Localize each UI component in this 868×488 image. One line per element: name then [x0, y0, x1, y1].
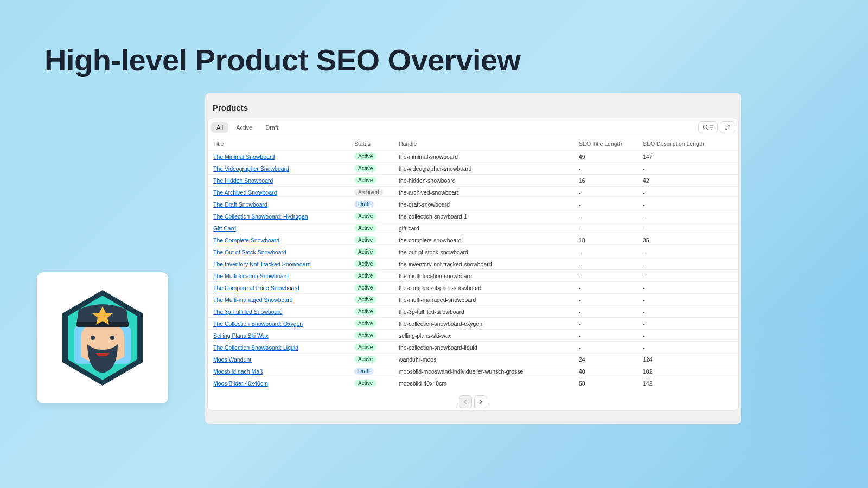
seo-desc-cell: 147 — [637, 151, 738, 163]
product-title-link[interactable]: Moos Bilder 40x40cm — [213, 380, 268, 387]
table-row[interactable]: Selling Plans Ski WaxActiveselling-plans… — [208, 330, 738, 342]
tab-all[interactable]: All — [211, 122, 228, 133]
seo-title-cell: 24 — [573, 354, 637, 365]
seo-title-cell: - — [573, 342, 637, 354]
status-badge: Active — [354, 284, 376, 291]
table-row[interactable]: The Multi-location SnowboardActivethe-mu… — [208, 270, 738, 282]
product-title-link[interactable]: The Collection Snowboard: Oxygen — [213, 320, 303, 327]
table-row[interactable]: The Out of Stock SnowboardActivethe-out-… — [208, 246, 738, 258]
status-badge: Active — [354, 380, 376, 387]
captain-avatar-icon — [48, 284, 157, 392]
product-title-link[interactable]: The Minimal Snowboard — [213, 153, 275, 160]
column-header-handle[interactable]: Handle — [393, 137, 573, 151]
table-row[interactable]: Moosbild nach MaßDraftmoosbild-mooswand-… — [208, 365, 738, 377]
seo-title-cell: - — [573, 198, 637, 210]
status-badge: Active — [354, 296, 376, 303]
product-title-link[interactable]: The Collection Snowboard: Liquid — [213, 344, 298, 351]
product-title-link[interactable]: Gift Card — [213, 225, 236, 232]
handle-cell: the-compare-at-price-snowboard — [393, 282, 573, 294]
column-header-seo-title[interactable]: SEO Title Length — [573, 137, 637, 151]
seo-desc-cell: 124 — [637, 354, 738, 365]
status-badge: Draft — [354, 368, 374, 375]
seo-title-cell: - — [573, 210, 637, 222]
table-row[interactable]: Gift CardActivegift-card-- — [208, 222, 738, 234]
seo-title-cell: 58 — [573, 377, 637, 389]
table-row[interactable]: Moos Bilder 40x40cmActivemoosbild-40x40c… — [208, 377, 738, 389]
product-title-link[interactable]: The Hidden Snowboard — [213, 177, 273, 184]
product-title-link[interactable]: The Draft Snowboard — [213, 201, 267, 208]
seo-title-cell: 16 — [573, 175, 637, 187]
status-badge: Active — [354, 177, 376, 184]
product-title-link[interactable]: The Multi-location Snowboard — [213, 273, 289, 279]
seo-desc-cell: 35 — [637, 234, 738, 246]
seo-desc-cell: - — [637, 282, 738, 294]
panel-heading: Products — [205, 93, 741, 118]
tab-active[interactable]: Active — [231, 122, 258, 133]
table-row[interactable]: The Draft SnowboardDraftthe-draft-snowbo… — [208, 198, 738, 210]
product-title-link[interactable]: The Complete Snowboard — [213, 237, 279, 243]
table-row[interactable]: The Compare at Price SnowboardActivethe-… — [208, 282, 738, 294]
seo-title-cell: 18 — [573, 234, 637, 246]
seo-title-cell: - — [573, 187, 637, 198]
product-title-link[interactable]: The Out of Stock Snowboard — [213, 249, 286, 255]
product-title-link[interactable]: The Inventory Not Tracked Snowboard — [213, 261, 311, 267]
table-row[interactable]: The Complete SnowboardActivethe-complete… — [208, 234, 738, 246]
seo-desc-cell: - — [637, 330, 738, 342]
table-row[interactable]: The Collection Snowboard: HydrogenActive… — [208, 210, 738, 222]
product-title-link[interactable]: The 3p Fulfilled Snowboard — [213, 309, 283, 315]
seo-title-cell: - — [573, 282, 637, 294]
table-row[interactable]: The Videographer SnowboardActivethe-vide… — [208, 163, 738, 175]
tab-draft[interactable]: Draft — [260, 122, 284, 133]
table-row[interactable]: The Multi-managed SnowboardActivethe-mul… — [208, 294, 738, 306]
products-panel: Products All Active Draft — [205, 93, 741, 424]
svg-point-7 — [704, 125, 707, 129]
prev-page-button — [459, 395, 472, 408]
seo-desc-cell: - — [637, 187, 738, 198]
status-badge: Active — [354, 260, 376, 267]
table-row[interactable]: The Hidden SnowboardActivethe-hidden-sno… — [208, 175, 738, 187]
product-title-link[interactable]: The Archived Snowboard — [213, 189, 277, 196]
status-badge: Active — [354, 213, 376, 220]
avatar-card — [37, 272, 168, 403]
table-row[interactable]: The Minimal SnowboardActivethe-minimal-s… — [208, 151, 738, 163]
table-row[interactable]: The 3p Fulfilled SnowboardActivethe-3p-f… — [208, 306, 738, 318]
handle-cell: the-multi-location-snowboard — [393, 270, 573, 282]
product-title-link[interactable]: Selling Plans Ski Wax — [213, 332, 269, 339]
handle-cell: the-collection-snowboard-1 — [393, 210, 573, 222]
table-row[interactable]: The Collection Snowboard: OxygenActiveth… — [208, 318, 738, 330]
sort-button[interactable] — [720, 121, 735, 133]
handle-cell: the-inventory-not-tracked-snowboard — [393, 258, 573, 270]
handle-cell: wanduhr-moos — [393, 354, 573, 365]
handle-cell: moosbild-40x40cm — [393, 377, 573, 389]
handle-cell: the-draft-snowboard — [393, 198, 573, 210]
product-title-link[interactable]: Moos Wanduhr — [213, 356, 252, 363]
seo-title-cell: - — [573, 163, 637, 175]
product-title-link[interactable]: Moosbild nach Maß — [213, 368, 263, 375]
status-badge: Archived — [354, 189, 383, 196]
handle-cell: the-out-of-stock-snowboard — [393, 246, 573, 258]
product-title-link[interactable]: The Collection Snowboard: Hydrogen — [213, 213, 308, 220]
product-title-link[interactable]: The Multi-managed Snowboard — [213, 297, 293, 303]
column-header-title[interactable]: Title — [208, 137, 349, 151]
svg-rect-3 — [76, 322, 129, 327]
status-badge: Active — [354, 356, 376, 363]
table-row[interactable]: The Archived SnowboardArchivedthe-archiv… — [208, 187, 738, 198]
table-row[interactable]: Moos WanduhrActivewanduhr-moos24124 — [208, 354, 738, 365]
seo-desc-cell: - — [637, 318, 738, 330]
seo-desc-cell: - — [637, 210, 738, 222]
handle-cell: the-minimal-snowboard — [393, 151, 573, 163]
seo-desc-cell: - — [637, 198, 738, 210]
seo-title-cell: 40 — [573, 365, 637, 377]
table-row[interactable]: The Inventory Not Tracked SnowboardActiv… — [208, 258, 738, 270]
column-header-seo-desc[interactable]: SEO Description Length — [637, 137, 738, 151]
product-title-link[interactable]: The Compare at Price Snowboard — [213, 285, 299, 291]
tabs-row: All Active Draft — [208, 118, 738, 137]
handle-cell: selling-plans-ski-wax — [393, 330, 573, 342]
products-card: All Active Draft — [207, 118, 739, 411]
column-header-status[interactable]: Status — [349, 137, 393, 151]
handle-cell: the-multi-managed-snowboard — [393, 294, 573, 306]
search-filter-button[interactable] — [698, 121, 718, 133]
table-row[interactable]: The Collection Snowboard: LiquidActiveth… — [208, 342, 738, 354]
product-title-link[interactable]: The Videographer Snowboard — [213, 165, 289, 172]
next-page-button[interactable] — [474, 395, 487, 408]
